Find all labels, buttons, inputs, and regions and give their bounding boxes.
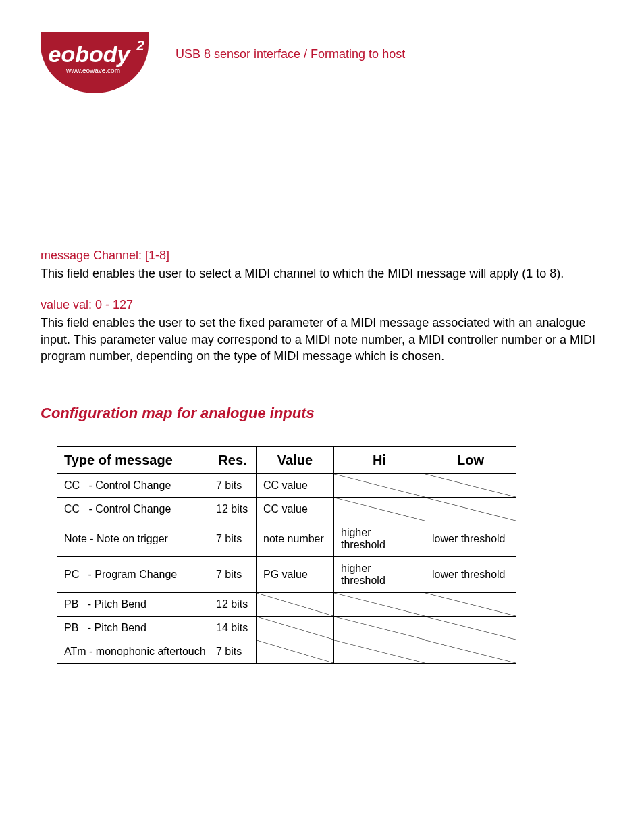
cell-value [257,640,334,664]
cell-low: lower threshold [425,521,516,557]
th-hi: Hi [334,447,425,474]
cell-hi [334,498,425,521]
header-title: USB 8 sensor interface / Formating to ho… [176,47,405,61]
cell-value [257,617,334,640]
svg-line-11 [334,640,425,663]
cell-hi [334,474,425,498]
table-row: ATm - monophonic aftertouch7 bits [57,640,516,664]
document-page: eobody 2 www.eowave.com USB 8 sensor int… [0,0,644,834]
table-row: PB - Pitch Bend12 bits [57,593,516,617]
cell-hi: higher threshold [334,557,425,593]
eobody-logo-icon: eobody 2 www.eowave.com [41,32,149,107]
channel-description: This field enables the user to select a … [41,265,603,282]
logo-exponent: 2 [136,38,144,53]
table-section-heading: Configuration map for analogue inputs [41,405,603,422]
table-body: CC - Control Change7 bitsCC valueCC - Co… [57,474,516,664]
svg-line-9 [425,617,516,640]
cell-type: Note - Note on trigger [57,521,209,557]
config-table-wrap: Type of message Res. Value Hi Low CC - C… [57,446,516,664]
cell-type: ATm - monophonic aftertouch [57,640,209,664]
cell-value: PG value [257,557,334,593]
table-row: Note - Note on trigger7 bitsnote numberh… [57,521,516,557]
cell-res: 12 bits [209,593,257,617]
th-value: Value [257,447,334,474]
svg-line-1 [425,474,516,497]
th-res: Res. [209,447,257,474]
cell-hi [334,640,425,664]
svg-line-7 [257,617,333,640]
cell-value [257,593,334,617]
cell-hi [334,617,425,640]
svg-line-2 [334,498,425,521]
channel-label: message Channel: [1-8] [41,249,603,263]
config-table: Type of message Res. Value Hi Low CC - C… [57,446,516,664]
cell-res: 14 bits [209,617,257,640]
th-low: Low [425,447,516,474]
svg-line-5 [334,593,425,616]
cell-type: PC - Program Change [57,557,209,593]
cell-low [425,593,516,617]
value-label: value val: 0 - 127 [41,298,603,312]
cell-low: lower threshold [425,557,516,593]
svg-line-12 [425,640,516,663]
cell-value: CC value [257,498,334,521]
cell-hi [334,593,425,617]
cell-value: note number [257,521,334,557]
cell-low [425,498,516,521]
cell-low [425,474,516,498]
value-description: This field enables the user to set the f… [41,315,603,364]
svg-line-3 [425,498,516,521]
logo-word: eobody [49,41,132,67]
table-row: CC - Control Change12 bitsCC value [57,498,516,521]
cell-res: 12 bits [209,498,257,521]
cell-res: 7 bits [209,640,257,664]
cell-res: 7 bits [209,521,257,557]
th-type: Type of message [57,447,209,474]
svg-line-6 [425,593,516,616]
svg-line-4 [257,593,333,616]
cell-type: PB - Pitch Bend [57,593,209,617]
cell-low [425,617,516,640]
cell-type: PB - Pitch Bend [57,617,209,640]
table-header-row: Type of message Res. Value Hi Low [57,447,516,474]
logo: eobody 2 www.eowave.com [41,32,149,107]
cell-res: 7 bits [209,557,257,593]
table-row: PC - Program Change7 bitsPG valuehigher … [57,557,516,593]
table-row: CC - Control Change7 bitsCC value [57,474,516,498]
cell-res: 7 bits [209,474,257,498]
cell-type: CC - Control Change [57,498,209,521]
cell-type: CC - Control Change [57,474,209,498]
logo-subline: www.eowave.com [65,67,120,74]
cell-value: CC value [257,474,334,498]
cell-hi: higher threshold [334,521,425,557]
svg-line-0 [334,474,425,497]
page-header: eobody 2 www.eowave.com USB 8 sensor int… [41,32,603,107]
cell-low [425,640,516,664]
svg-line-10 [257,640,333,663]
svg-line-8 [334,617,425,640]
table-row: PB - Pitch Bend14 bits [57,617,516,640]
